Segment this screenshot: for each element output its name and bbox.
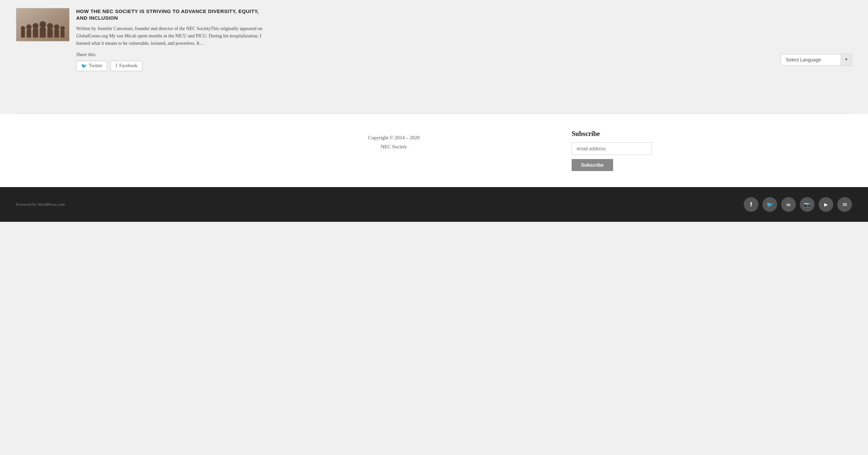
facebook-icon: f <box>750 201 752 208</box>
svg-rect-13 <box>55 29 59 38</box>
svg-rect-3 <box>21 30 25 38</box>
subscribe-block: Subscribe Subscribe <box>572 130 652 171</box>
middle-inner: Copyright © 2014 – 2020 NEC Society Subs… <box>200 130 668 171</box>
svg-rect-7 <box>33 29 38 38</box>
linkedin-icon: in <box>786 202 790 207</box>
twitter-icon: 🐦 <box>81 63 87 69</box>
article-thumbnail <box>16 8 69 41</box>
article-title: HOW THE NEC SOCIETY IS STRIVING TO ADVAN… <box>76 8 270 22</box>
svg-rect-9 <box>40 27 46 38</box>
instagram-icon: 📷 <box>804 202 810 208</box>
footer-section: Powered by WordPress.com f 🐦 in 📷 ▶ ✉ <box>0 187 868 222</box>
svg-point-4 <box>26 24 32 30</box>
article-card: HOW THE NEC SOCIETY IS STRIVING TO ADVAN… <box>16 8 270 71</box>
svg-point-10 <box>47 23 53 29</box>
subscribe-heading: Subscribe <box>572 130 652 138</box>
svg-rect-5 <box>27 29 31 38</box>
youtube-icon: ▶ <box>824 202 828 208</box>
social-icons: f 🐦 in 📷 ▶ ✉ <box>744 197 852 212</box>
share-buttons: 🐦 Twitter f Facebook <box>76 61 270 71</box>
svg-rect-11 <box>48 29 53 38</box>
language-chevron-icon[interactable]: ▼ <box>841 54 852 66</box>
article-content: HOW THE NEC SOCIETY IS STRIVING TO ADVAN… <box>76 8 270 71</box>
language-selector-wrap: Select Language ▼ <box>781 54 852 66</box>
svg-point-2 <box>21 26 25 31</box>
copyright-text: Copyright © 2014 – 2020 <box>368 133 420 142</box>
twitter-icon: 🐦 <box>767 202 773 208</box>
middle-section: Copyright © 2014 – 2020 NEC Society Subs… <box>0 114 868 187</box>
twitter-social-icon[interactable]: 🐦 <box>763 197 777 212</box>
subscribe-button[interactable]: Subscribe <box>572 159 613 171</box>
facebook-share-button[interactable]: f Facebook <box>111 61 142 71</box>
powered-by-text: Powered by WordPress.com <box>16 202 65 207</box>
share-label: Share this: <box>76 52 270 57</box>
svg-point-6 <box>32 23 38 29</box>
linkedin-social-icon[interactable]: in <box>781 197 796 212</box>
thumbnail-image <box>17 8 69 41</box>
email-input[interactable] <box>572 142 652 155</box>
language-select[interactable]: Select Language <box>781 54 841 65</box>
svg-point-12 <box>54 24 59 30</box>
svg-point-14 <box>60 26 65 31</box>
instagram-social-icon[interactable]: 📷 <box>800 197 814 212</box>
email-social-icon[interactable]: ✉ <box>837 197 852 212</box>
article-excerpt: Written by Jennifer Canvasser, founder a… <box>76 25 270 48</box>
top-section: HOW THE NEC SOCIETY IS STRIVING TO ADVAN… <box>0 0 868 114</box>
twitter-share-button[interactable]: 🐦 Twitter <box>76 61 107 71</box>
facebook-social-icon[interactable]: f <box>744 197 758 212</box>
svg-rect-15 <box>60 30 64 38</box>
facebook-icon: f <box>116 63 117 68</box>
email-icon: ✉ <box>843 202 847 208</box>
org-name: NEC Society <box>381 142 407 151</box>
youtube-social-icon[interactable]: ▶ <box>818 197 833 212</box>
svg-point-8 <box>39 21 46 28</box>
